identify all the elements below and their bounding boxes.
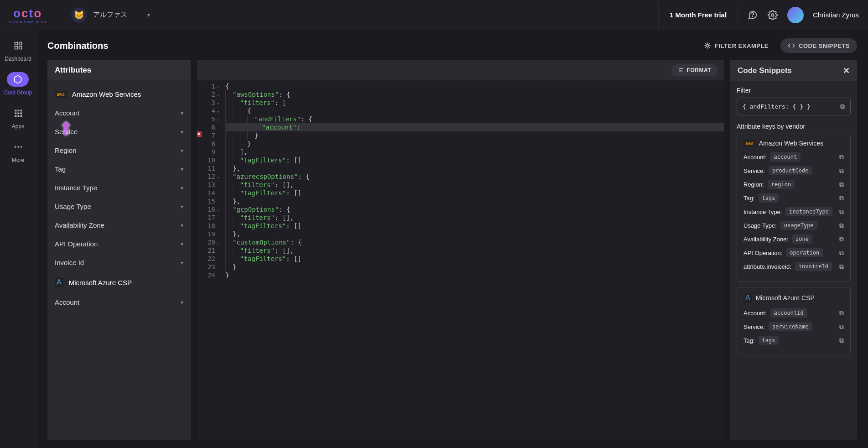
chevron-down-icon: ▾ — [181, 129, 183, 135]
org-avatar: 😸 — [71, 7, 87, 23]
attribute-row[interactable]: API Operation▾ — [47, 234, 191, 253]
format-button[interactable]: FORMAT — [671, 64, 717, 76]
attribute-row[interactable]: Account▾⬆ — [47, 104, 191, 122]
copy-icon[interactable]: ⧉ — [839, 167, 844, 175]
snippet-vendor-section: awsAmazon Web ServicesAccount:account⧉Se… — [737, 134, 851, 281]
chevron-down-icon: ▾ — [181, 203, 183, 210]
snippet-attr-row: Service:serviceName⧉ — [743, 322, 844, 331]
nav-more[interactable]: More — [7, 140, 29, 163]
svg-point-16 — [17, 146, 19, 148]
attributes-panel: Attributes awsAmazon Web ServicesAccount… — [47, 60, 191, 440]
copy-icon[interactable]: ⧉ — [839, 263, 844, 271]
snippet-attr-row: API Operation:operation⧉ — [743, 248, 844, 257]
vendor-header: awsAmazon Web Services — [47, 85, 191, 104]
attribute-row[interactable]: Tag▾ — [47, 160, 191, 178]
snippet-vendor-section: AMicrosoft Azure CSPAccount:accountId⧉Se… — [737, 287, 851, 355]
logo-sub: CLOUD SIMPLIFIED — [9, 21, 46, 24]
copy-icon[interactable]: ⧉ — [839, 181, 844, 188]
attribute-row[interactable]: Service▾ — [47, 122, 191, 141]
copy-icon[interactable]: ⧉ — [839, 235, 844, 243]
chevron-down-icon: ▾ — [181, 147, 183, 154]
svg-rect-13 — [17, 115, 19, 117]
user-avatar[interactable] — [787, 7, 804, 23]
nav-dashboard[interactable]: Dashboard — [5, 38, 31, 62]
svg-rect-5 — [19, 47, 21, 49]
copy-icon[interactable]: ⧉ — [839, 222, 844, 229]
attr-keys-label: Attribute keys by vendor — [737, 123, 851, 130]
svg-point-17 — [20, 146, 22, 148]
svg-rect-7 — [17, 110, 19, 112]
snippet-attr-row: Region:region⧉ — [743, 180, 844, 189]
snippet-attr-row: Service:productCode⧉ — [743, 166, 844, 175]
attributes-title: Attributes — [47, 60, 191, 80]
svg-point-18 — [706, 44, 708, 47]
svg-rect-6 — [15, 110, 16, 112]
snippet-attr-row: Instance Type:instanceType⧉ — [743, 207, 844, 216]
attribute-row[interactable]: Availability Zone▾ — [47, 216, 191, 234]
code-snippets-button[interactable]: CODE SNIPPETS — [780, 38, 857, 53]
chevron-down-icon: ▾ — [181, 185, 183, 191]
copy-icon[interactable]: ⧉ — [840, 103, 845, 110]
copy-icon[interactable]: ⧉ — [839, 194, 844, 202]
chevron-down-icon: ▾ — [181, 222, 183, 229]
org-selector[interactable]: 😸 アルファス ▾ — [60, 0, 150, 30]
close-icon[interactable]: ✕ — [843, 66, 850, 76]
top-bar: octo CLOUD SIMPLIFIED 😸 アルファス ▾ 1 Month … — [0, 0, 868, 30]
svg-point-0 — [753, 16, 753, 17]
attribute-row[interactable]: Usage Type▾ — [47, 197, 191, 216]
nav-rail: Dashboard Cost Group Apps More — [0, 30, 36, 448]
main-header: Combinations FILTER EXAMPLE CODE SNIPPET… — [47, 38, 857, 53]
snippet-attr-row: Availability Zone:zone⧉ — [743, 234, 844, 244]
trial-label[interactable]: 1 Month Free trial — [658, 1, 738, 29]
attribute-row[interactable]: Account▾ — [47, 293, 191, 312]
vendor-header: AMicrosoft Azure CSP — [47, 272, 191, 293]
svg-rect-12 — [15, 115, 16, 117]
chevron-down-icon: ▾ — [147, 12, 150, 18]
snippet-attr-row: Tag:tags⧉ — [743, 336, 844, 345]
chevron-down-icon: ▾ — [181, 299, 183, 306]
svg-rect-4 — [15, 47, 17, 49]
snippets-title: Code Snippets — [738, 66, 792, 75]
svg-rect-14 — [20, 115, 22, 117]
svg-rect-11 — [20, 113, 22, 115]
copy-icon[interactable]: ⧉ — [839, 249, 844, 257]
editor-panel: FORMAT 123456789101112131415161718192021… — [197, 60, 724, 440]
help-icon[interactable] — [747, 10, 758, 21]
svg-rect-10 — [17, 113, 19, 115]
snippet-attr-row: attribute.invoiceid:invoiceId⧉ — [743, 262, 844, 271]
attribute-row[interactable]: Instance Type▾ — [47, 178, 191, 197]
chevron-down-icon: ▾ — [181, 241, 183, 247]
svg-point-1 — [771, 14, 774, 16]
svg-point-15 — [14, 146, 16, 148]
user-name[interactable]: Christian Zyrus — [813, 11, 859, 19]
copy-icon[interactable]: ⧉ — [839, 323, 844, 331]
nav-apps[interactable]: Apps — [7, 106, 29, 130]
snippet-attr-row: Account:accountId⧉ — [743, 308, 844, 318]
nav-cost-group[interactable]: Cost Group — [4, 72, 32, 96]
copy-icon[interactable]: ⧉ — [839, 153, 844, 161]
attribute-row[interactable]: Invoice Id▾ — [47, 253, 191, 272]
copy-icon[interactable]: ⧉ — [839, 208, 844, 216]
filter-section-label: Filter — [737, 87, 851, 94]
page-title: Combinations — [47, 41, 108, 51]
chevron-down-icon: ▾ — [181, 110, 183, 116]
chevron-down-icon: ▾ — [181, 260, 183, 266]
svg-rect-8 — [20, 110, 22, 112]
filter-code-box: { andFilters: { } } ⧉ — [737, 98, 851, 115]
filter-example-button[interactable]: FILTER EXAMPLE — [696, 38, 776, 53]
snippets-panel: Code Snippets ✕ Filter { andFilters: { }… — [730, 60, 857, 440]
logo[interactable]: octo CLOUD SIMPLIFIED — [9, 6, 46, 24]
copy-icon[interactable]: ⧉ — [839, 309, 844, 317]
snippet-attr-row: Account:account⧉ — [743, 152, 844, 161]
snippet-attr-row: Usage Type:usageType⧉ — [743, 221, 844, 230]
svg-rect-9 — [15, 113, 16, 115]
attribute-row[interactable]: Region▾ — [47, 141, 191, 160]
svg-rect-3 — [19, 42, 21, 45]
chevron-down-icon: ▾ — [181, 166, 183, 172]
org-name: アルファス — [93, 10, 127, 19]
svg-rect-2 — [15, 42, 17, 45]
gear-icon[interactable] — [767, 10, 778, 21]
copy-icon[interactable]: ⧉ — [839, 337, 844, 344]
snippet-attr-row: Tag:tags⧉ — [743, 193, 844, 203]
code-editor[interactable]: 123456789101112131415161718192021222324 … — [197, 80, 724, 440]
